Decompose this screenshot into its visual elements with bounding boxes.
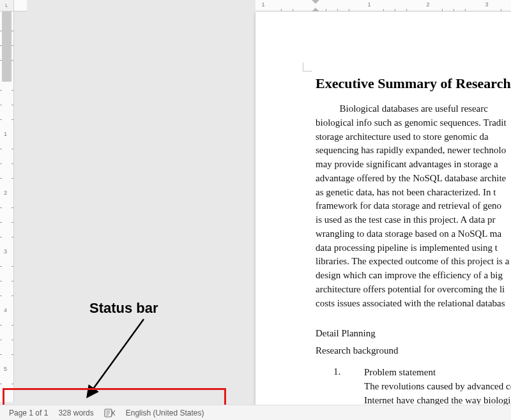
ruler-horizontal[interactable]: 1 1 2 3 <box>256 0 511 11</box>
ruler-vertical[interactable]: 1 2 3 4 5 <box>0 11 14 402</box>
proofing-icon[interactable] <box>104 409 116 417</box>
ruler-h-number: 1 <box>367 1 370 8</box>
ruler-h-number: 1 <box>261 1 264 8</box>
workspace: L 1 1 2 3 1 2 3 4 5 <box>0 0 511 420</box>
status-language[interactable]: English (United States) <box>126 409 204 417</box>
arrow-icon <box>77 313 166 409</box>
crop-mark-icon <box>303 63 312 71</box>
ruler-v-number: 5 <box>4 366 7 372</box>
annotation-label: Status bar <box>89 300 158 317</box>
list-number: 1. <box>333 365 346 379</box>
ruler-v-number: 4 <box>4 307 7 313</box>
document-body: Biological databases are useful researc … <box>316 102 511 310</box>
ruler-margin-band <box>2 11 11 82</box>
ruler-v-number: 1 <box>4 131 7 137</box>
svg-line-1 <box>88 319 144 396</box>
status-page[interactable]: Page 1 of 1 <box>9 409 48 417</box>
document-title: Executive Summary of Research P <box>316 75 511 92</box>
ruler-h-left-stub <box>14 0 27 11</box>
ruler-h-number: 3 <box>485 1 488 8</box>
section-heading: Detail Planning <box>316 328 511 339</box>
subsection-heading: Research background <box>316 345 511 356</box>
ruler-corner: L <box>0 0 14 11</box>
list-title: Problem statement <box>333 366 511 380</box>
ruler-v-number: 2 <box>4 190 7 196</box>
status-word-count[interactable]: 328 words <box>58 409 93 417</box>
indent-marker-icon[interactable] <box>312 0 319 11</box>
status-bar: Page 1 of 1 328 words English (United St… <box>0 405 511 420</box>
ruler-h-number: 2 <box>426 1 429 8</box>
document-page[interactable]: Executive Summary of Research P Biologic… <box>256 11 511 420</box>
ruler-v-number: 3 <box>4 248 7 255</box>
